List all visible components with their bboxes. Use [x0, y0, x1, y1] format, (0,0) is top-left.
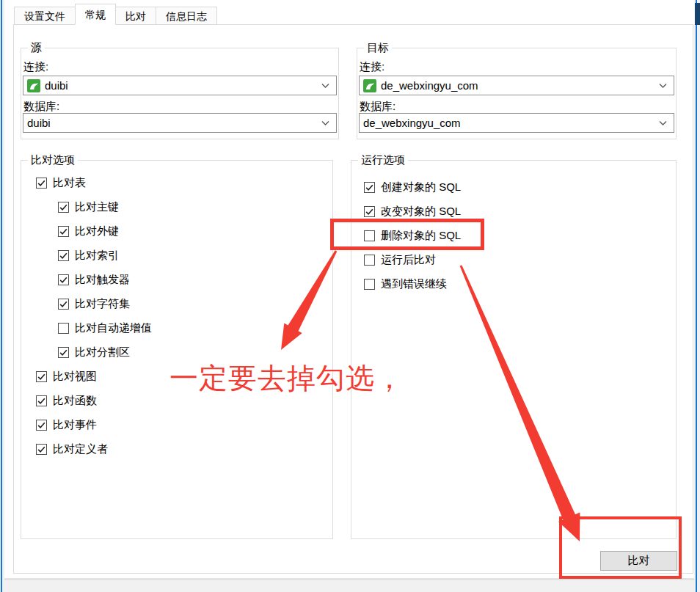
checked-checkbox[interactable]: [364, 182, 375, 193]
checkbox-label: 遇到错误继续: [381, 277, 447, 291]
run-options-group: 运行选项 创建对象的 SQL改变对象的 SQL删除对象的 SQL运行后比对遇到错…: [351, 160, 677, 539]
checkbox-label: 比对事件: [53, 418, 97, 432]
unchecked-checkbox[interactable]: [364, 279, 375, 290]
checkbox-row: 比对视图: [36, 369, 332, 384]
tab-strip: 设置文件常规比对信息日志: [14, 4, 216, 25]
checked-checkbox[interactable]: [36, 178, 47, 189]
target-connection-label: 连接:: [360, 60, 384, 74]
target-group-title: 目标: [364, 41, 392, 55]
checkbox-label: 比对字符集: [75, 297, 130, 311]
checkbox-label: 比对外键: [75, 224, 119, 238]
checked-checkbox[interactable]: [36, 420, 47, 431]
checkbox-label: 比对函数: [53, 394, 97, 408]
tab-3[interactable]: 信息日志: [156, 7, 217, 25]
mysql-connection-icon: [363, 79, 376, 92]
chevron-down-icon: [321, 83, 329, 88]
chevron-down-icon: [659, 83, 667, 88]
checkbox-row: 遇到错误继续: [364, 277, 676, 291]
structure-sync-dialog: 设置文件常规比对信息日志 源 连接: duibi 数据库: duibi 目标 连…: [0, 0, 700, 592]
checked-checkbox[interactable]: [58, 347, 69, 358]
source-group-title: 源: [28, 41, 45, 55]
source-database-select[interactable]: duibi: [23, 113, 337, 133]
chevron-down-icon: [659, 120, 667, 125]
unchecked-checkbox[interactable]: [364, 255, 375, 266]
compare-options-group: 比对选项 比对表比对主键比对外键比对索引比对触发器比对字符集比对自动递增值比对分…: [21, 160, 333, 539]
checked-checkbox[interactable]: [36, 395, 47, 406]
checked-checkbox[interactable]: [58, 202, 69, 213]
checked-checkbox[interactable]: [58, 274, 69, 285]
target-connection-value: de_webxingyu_com: [381, 79, 478, 92]
source-connection-select[interactable]: duibi: [23, 76, 337, 95]
checkbox-label: 比对自动递增值: [75, 321, 152, 335]
checkbox-label: 比对索引: [75, 249, 119, 263]
compare-options-list: 比对表比对主键比对外键比对索引比对触发器比对字符集比对自动递增值比对分割区比对视…: [21, 161, 332, 538]
checkbox-label: 删除对象的 SQL: [381, 229, 461, 243]
checkbox-row: 比对表: [36, 175, 332, 190]
source-connection-label: 连接:: [23, 60, 48, 74]
source-database-value: duibi: [27, 117, 51, 129]
checkbox-label: 比对视图: [53, 370, 97, 384]
checkbox-row: 比对字符集: [58, 296, 332, 311]
checkbox-row: 比对外键: [58, 224, 332, 238]
checked-checkbox[interactable]: [58, 250, 69, 261]
checked-checkbox[interactable]: [58, 299, 69, 310]
target-database-select[interactable]: de_webxingyu_com: [359, 113, 674, 133]
checkbox-row: 比对自动递增值: [58, 321, 332, 335]
right-window-edge-dark-block: [695, 3, 700, 25]
checked-checkbox[interactable]: [58, 226, 69, 237]
checkbox-row: 运行后比对: [364, 252, 676, 267]
right-window-edge-accent: [696, 0, 697, 592]
checked-checkbox[interactable]: [36, 444, 47, 455]
checkbox-label: 比对定义者: [53, 442, 108, 456]
left-window-edge-accent: [1, 0, 2, 592]
checkbox-row: 比对索引: [58, 248, 332, 263]
target-database-label: 数据库:: [360, 100, 395, 114]
checkbox-label: 比对分割区: [75, 346, 130, 359]
checkbox-row: 比对定义者: [36, 442, 332, 456]
target-connection-select[interactable]: de_webxingyu_com: [359, 76, 674, 95]
checkbox-row: 比对主键: [58, 200, 332, 214]
tab-0[interactable]: 设置文件: [14, 7, 76, 25]
compare-button[interactable]: 比对: [600, 551, 677, 571]
run-options-list: 创建对象的 SQL改变对象的 SQL删除对象的 SQL运行后比对遇到错误继续: [351, 161, 676, 538]
checked-checkbox[interactable]: [364, 206, 375, 217]
unchecked-checkbox[interactable]: [364, 230, 375, 241]
checkbox-label: 改变对象的 SQL: [381, 205, 461, 219]
target-database-value: de_webxingyu_com: [363, 117, 461, 129]
chevron-down-icon: [321, 120, 329, 125]
unchecked-checkbox[interactable]: [58, 323, 69, 334]
checkbox-row: 删除对象的 SQL: [364, 228, 676, 243]
checkbox-label: 运行后比对: [381, 253, 436, 267]
tab-2[interactable]: 比对: [115, 7, 156, 25]
checkbox-row: 比对函数: [36, 393, 332, 408]
tab-active-1[interactable]: 常规: [75, 4, 116, 25]
checkbox-label: 创建对象的 SQL: [381, 180, 461, 194]
checkbox-row: 比对分割区: [58, 345, 332, 359]
checkbox-label: 比对主键: [75, 200, 119, 214]
source-group: 源 连接: duibi 数据库: duibi: [21, 48, 339, 139]
source-connection-value: duibi: [45, 79, 68, 92]
checked-checkbox[interactable]: [36, 371, 47, 382]
checkbox-row: 创建对象的 SQL: [364, 180, 676, 194]
mysql-connection-icon: [27, 79, 40, 92]
checkbox-label: 比对表: [53, 176, 86, 190]
target-group: 目标 连接: de_webxingyu_com 数据库: de_webxingy…: [357, 48, 677, 139]
source-database-label: 数据库:: [23, 100, 59, 114]
checkbox-row: 比对触发器: [58, 272, 332, 287]
checkbox-row: 改变对象的 SQL: [364, 204, 676, 219]
checkbox-row: 比对事件: [36, 417, 332, 432]
checkbox-label: 比对触发器: [75, 273, 130, 287]
